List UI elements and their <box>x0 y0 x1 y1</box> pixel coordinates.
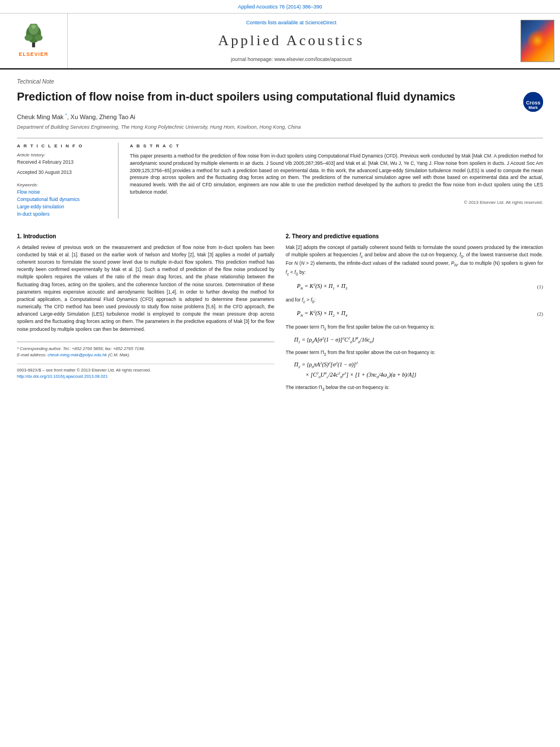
journal-cover-image <box>520 20 554 62</box>
eq1-number: (1) <box>537 283 544 291</box>
journal-header: ELSEVIER Contents lists available at Sci… <box>0 14 560 70</box>
keywords-section: Keywords: Flow noise Computational fluid… <box>17 182 110 218</box>
sciencedirect-link[interactable]: Contents lists available at ScienceDirec… <box>246 19 336 27</box>
journal-ref-text: Applied Acoustics 76 (2014) 386–390 <box>238 4 322 10</box>
abstract-text: This paper presents a method for the pre… <box>130 152 543 196</box>
crossmark-badge[interactable]: Cross Mark <box>523 92 543 112</box>
journal-title-area: Contents lists available at ScienceDirec… <box>68 14 515 69</box>
equation-2: PN = K2(S) × Π2 × Π4 (2) <box>297 309 543 319</box>
main-content-area: 1. Introduction A detailed review of pre… <box>17 227 543 396</box>
page: Applied Acoustics 76 (2014) 386–390 ELSE… <box>0 0 560 747</box>
contents-label: Contents lists available at <box>246 20 304 25</box>
journal-homepage: journal homepage: www.elsevier.com/locat… <box>231 56 352 63</box>
eq4-line2: × [C20U6c/24c20r2] × [1 + (3πc0/4ωc)(a +… <box>305 371 543 381</box>
highlighted-word: these <box>262 282 274 287</box>
article-title: Prediction of flow noise from in-duct sp… <box>17 89 518 104</box>
section2-pi3-intro: The interaction Π3 below the cut-on freq… <box>286 384 543 393</box>
email-link[interactable]: cheuk-ming.mak@polyu.edu.hk <box>47 352 107 357</box>
svg-point-3 <box>34 35 42 41</box>
sciencedirect-anchor[interactable]: ScienceDirect <box>305 20 337 25</box>
equation-3: Π1 = {ρ0A[σ2(1 − σ)]2C20U80/16c0} <box>294 336 543 346</box>
crossmark-icon: Cross Mark <box>523 92 543 112</box>
keywords-label: Keywords: <box>17 182 110 188</box>
issn-text: 0003-682X/$ – see front matter © 2013 El… <box>17 368 274 374</box>
section1-number: 1. <box>17 233 23 239</box>
eq2-text: PN = K2(S) × Π2 × Π4 <box>297 310 347 316</box>
elsevier-brand-text: ELSEVIER <box>19 51 49 58</box>
eq3-text: Π1 = {ρ0A[σ2(1 − σ)]2C20U80/16c0} <box>294 337 374 343</box>
received-date: Received 4 February 2013 <box>17 159 110 166</box>
section2-title: Theory and predictive equations <box>292 233 379 239</box>
abstract-title: A B S T R A C T <box>130 143 543 149</box>
article-info-column: A R T I C L E I N F O Article history: R… <box>17 143 119 219</box>
email-label: E-mail address: <box>17 352 47 357</box>
svg-point-5 <box>32 25 36 29</box>
equation-4: Π2 = {ρ0πA2(S)2[σ2(1 − σ)]2 × [C20U6c/24… <box>294 361 543 380</box>
elsevier-tree-icon <box>18 24 49 49</box>
section1-title: Introduction <box>23 233 56 239</box>
copyright-line: © 2013 Elsevier Ltd. All rights reserved… <box>130 199 543 206</box>
keyword-2: Computational fluid dynamics <box>17 196 110 203</box>
section2-pi2-intro: The power term Π2 from the first spoiler… <box>286 349 543 358</box>
eq1-text: PN = K2(S) × Π1 × Π3 <box>297 283 347 289</box>
journal-cover-area <box>515 14 560 69</box>
authors-line: Cheuk Ming Mak *, Xu Wang, Zheng Tao Ai <box>17 112 543 121</box>
corresponding-author-footnote: * Corresponding author. Tel.: +852 2766 … <box>17 346 274 352</box>
info-abstract-section: A R T I C L E I N F O Article history: R… <box>17 138 543 219</box>
section2-intro-text: Mak [2] adopts the concept of partially … <box>286 244 543 278</box>
section1-heading: 1. Introduction <box>17 233 274 241</box>
section2-pi1-intro: The power term Π1 from the first spoiler… <box>286 324 543 333</box>
eq1-content: PN = K2(S) × Π1 × Π3 <box>297 282 532 291</box>
email-footnote: E-mail address: cheuk-ming.mak@polyu.edu… <box>17 352 274 358</box>
svg-point-2 <box>25 35 33 41</box>
article-info-title: A R T I C L E I N F O <box>17 143 110 149</box>
eq4-line1: Π2 = {ρ0πA2(S)2[σ2(1 − σ)]2 <box>294 361 543 370</box>
elsevier-logo-area: ELSEVIER <box>0 14 68 69</box>
affiliation-text: Department of Building Services Engineer… <box>17 124 543 131</box>
article-body: Technical Note Prediction of flow noise … <box>0 69 560 404</box>
history-label: Article history: <box>17 152 110 158</box>
section2-heading: 2. Theory and predictive equations <box>286 233 543 241</box>
section1-paragraph: A detailed review of previous work on th… <box>17 244 274 333</box>
eq2-content: PN = K2(S) × Π2 × Π4 <box>297 309 532 319</box>
authors-text: Cheuk Ming Mak *, Xu Wang, Zheng Tao Ai <box>17 113 135 120</box>
left-column: 1. Introduction A detailed review of pre… <box>17 227 274 396</box>
journal-title: Applied Acoustics <box>218 30 364 51</box>
svg-text:Cross: Cross <box>526 100 541 106</box>
doi-link[interactable]: http://dx.doi.org/10.1016/j.apacoust.201… <box>17 374 108 379</box>
journal-reference-bar: Applied Acoustics 76 (2014) 386–390 <box>0 0 560 14</box>
keyword-3: Large-eddy simulation <box>17 204 110 211</box>
doi-text: http://dx.doi.org/10.1016/j.apacoust.201… <box>17 374 274 380</box>
right-column: 2. Theory and predictive equations Mak [… <box>286 227 543 396</box>
keyword-1: Flow noise <box>17 189 110 196</box>
equation-1: PN = K2(S) × Π1 × Π3 (1) <box>297 282 543 291</box>
elsevier-logo: ELSEVIER <box>11 24 56 58</box>
section2-eq2-intro: and for fc > f0: <box>286 296 543 305</box>
footnote-area: * Corresponding author. Tel.: +852 2766 … <box>17 342 274 359</box>
article-type-label: Technical Note <box>17 78 543 86</box>
email-suffix: (C.M. Mak). <box>108 352 130 357</box>
abstract-column: A B S T R A C T This paper presents a me… <box>130 143 543 219</box>
footer-bar: 0003-682X/$ – see front matter © 2013 El… <box>17 364 274 379</box>
accepted-date: Accepted 30 August 2013 <box>17 169 110 176</box>
eq2-number: (2) <box>537 311 544 318</box>
keyword-4: In-duct spoilers <box>17 211 110 218</box>
svg-text:Mark: Mark <box>528 106 537 110</box>
section2-number: 2. <box>286 233 292 239</box>
